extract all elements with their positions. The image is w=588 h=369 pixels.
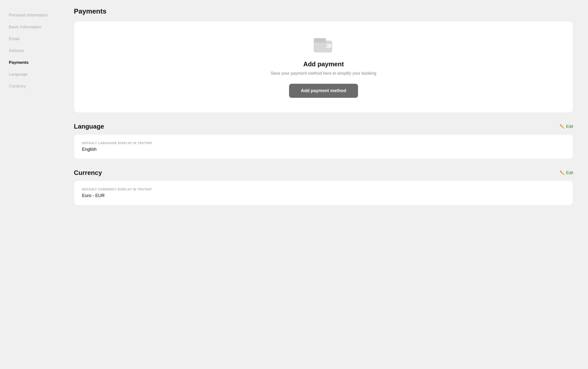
sidebar-item-currency[interactable]: Currency <box>5 81 59 92</box>
payments-card: Add payment Save your payment method her… <box>74 21 573 113</box>
sidebar-item-address[interactable]: Address <box>5 45 59 56</box>
add-payment-method-button[interactable]: Add payment method <box>289 84 358 98</box>
currency-edit-label: Edit <box>566 170 573 175</box>
currency-section-header: Currency ✏️ Edit <box>74 169 573 177</box>
currency-card: DEFAULT CURRENCY DISPLAY IN TRUTRIP Euro… <box>74 181 573 205</box>
wallet-icon <box>312 36 335 53</box>
sidebar-item-personal-information[interactable]: Personal Information <box>5 10 59 21</box>
language-edit-label: Edit <box>566 124 573 129</box>
sidebar-item-payments[interactable]: Payments <box>5 57 59 68</box>
add-payment-title: Add payment <box>303 60 344 68</box>
edit-pencil-icon-2: ✏️ <box>560 170 565 175</box>
wallet-icon-container <box>312 36 335 54</box>
language-section-header: Language ✏️ Edit <box>74 123 573 130</box>
main-content: Payments Add payment Save your payment m… <box>64 0 588 369</box>
language-edit-button[interactable]: ✏️ Edit <box>560 124 573 129</box>
language-card: DEFAULT LANGUAGE DISPLAY IN TRUTRIP Engl… <box>74 134 573 159</box>
svg-rect-1 <box>314 38 326 43</box>
edit-pencil-icon: ✏️ <box>560 124 565 129</box>
sidebar-item-language[interactable]: Language <box>5 69 59 80</box>
currency-section-title: Currency <box>74 169 102 177</box>
currency-field-label: DEFAULT CURRENCY DISPLAY IN TRUTRIP <box>82 188 565 191</box>
svg-point-3 <box>326 45 327 47</box>
currency-field-value: Euro - EUR <box>82 193 565 198</box>
add-payment-subtitle: Save your payment method here to simplif… <box>271 71 376 76</box>
language-field-label: DEFAULT LANGUAGE DISPLAY IN TRUTRIP <box>82 141 565 145</box>
sidebar-item-basic-information[interactable]: Basic Information <box>5 22 59 33</box>
page-title: Payments <box>74 7 573 15</box>
sidebar-item-email[interactable]: Email <box>5 34 59 44</box>
language-field-value: English <box>82 147 565 152</box>
currency-edit-button[interactable]: ✏️ Edit <box>560 170 573 175</box>
language-section-title: Language <box>74 123 104 130</box>
sidebar: Personal InformationBasic InformationEma… <box>0 0 64 369</box>
